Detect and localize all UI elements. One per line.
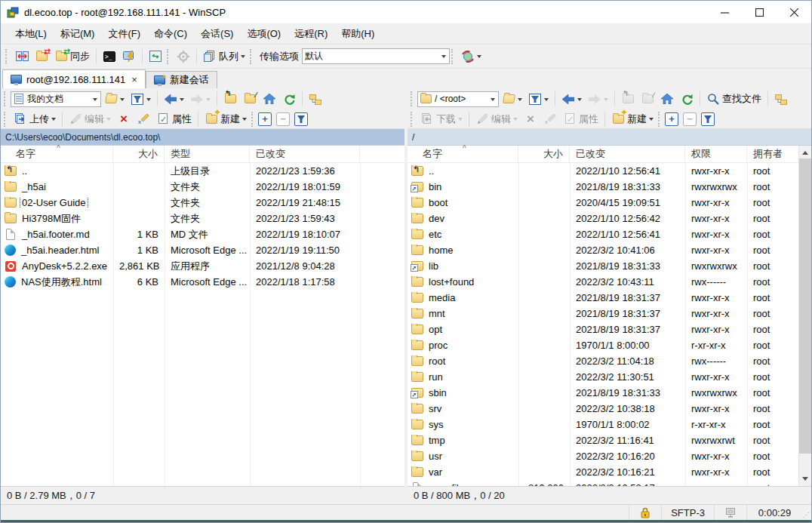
remote-path-bar[interactable]: / — [408, 129, 811, 146]
remote-forward-button[interactable] — [585, 91, 611, 107]
file-row[interactable]: home 2022/3/2 10:41:06 rwxr-xr-x root — [408, 242, 798, 258]
local-tree-toggle-button[interactable] — [306, 91, 325, 107]
remote-rename-button[interactable]: x — [540, 111, 560, 128]
compare-directories-button[interactable] — [12, 48, 32, 65]
remote-new-button[interactable]: ✦新建 — [608, 111, 657, 128]
scroll-up-icon[interactable] — [799, 146, 811, 158]
maximize-button[interactable] — [742, 1, 777, 23]
local-filter-button[interactable] — [128, 91, 154, 107]
remote-select-button[interactable]: + — [665, 112, 678, 126]
remote-root-directory-button[interactable]: ∕ — [638, 91, 657, 107]
remote-parent-directory-button[interactable]: ↰ — [618, 91, 638, 107]
transfer-preset-combobox[interactable]: 默认 — [302, 48, 450, 64]
file-row[interactable]: root 2022/3/2 11:04:18 rwx------ root — [408, 353, 798, 369]
local-select-filter-button[interactable] — [294, 112, 308, 126]
local-header-size[interactable]: 大小 — [113, 146, 165, 162]
local-rename-button[interactable]: x — [134, 111, 153, 128]
file-row[interactable]: run 2022/3/2 11:30:51 rwxr-xr-x root — [408, 369, 798, 385]
file-row[interactable]: _h5ai.footer.md 1 KB MD 文件 2022/1/19 18:… — [1, 226, 404, 242]
open-console-button[interactable] — [119, 48, 139, 65]
menu-item[interactable]: 选项(O) — [240, 24, 288, 44]
tab-new-session[interactable]: ✦ 新建会话 — [146, 71, 217, 88]
remote-tree-toggle-button[interactable] — [771, 91, 791, 107]
file-row[interactable]: usr 2022/3/2 10:16:20 rwxr-xr-x root — [408, 448, 798, 464]
file-row[interactable]: .. 2022/1/10 12:56:41 rwxr-xr-x root — [408, 163, 798, 179]
file-row[interactable]: .. 上级目录 2022/1/23 1:59:36 — [1, 163, 404, 179]
file-row[interactable]: var 2022/3/2 10:16:21 rwxr-xr-x root — [408, 464, 798, 480]
file-row[interactable]: Hi3798M固件 文件夹 2022/1/23 1:59:43 — [1, 211, 404, 226]
local-back-button[interactable] — [161, 91, 187, 107]
menu-item[interactable]: 本地(L) — [8, 24, 54, 44]
local-root-directory-button[interactable]: ∕ — [240, 91, 260, 107]
resize-grip[interactable]: ⋰ — [802, 505, 811, 520]
remote-header-owner[interactable]: 拥有者 — [747, 146, 798, 162]
encryption-cell[interactable] — [629, 505, 661, 520]
synchronize-button[interactable]: ⇄同步 — [51, 48, 93, 65]
remote-delete-button[interactable]: × — [521, 111, 540, 128]
file-row[interactable]: _h5ai.header.html 1 KB Microsoft Edge ..… — [1, 242, 404, 258]
file-row[interactable]: opt 2021/8/19 18:31:37 rwxr-xr-x root — [408, 321, 798, 337]
local-delete-button[interactable]: × — [114, 111, 134, 128]
file-row[interactable]: 02-User Guide 文件夹 2022/1/19 21:48:15 — [1, 195, 404, 211]
scroll-down-icon[interactable] — [799, 473, 811, 486]
remote-unselect-button[interactable]: − — [683, 112, 697, 126]
remote-select-filter-button[interactable] — [701, 112, 715, 126]
menu-item[interactable]: 标记(M) — [54, 24, 102, 44]
protocol-cell[interactable]: SFTP-3 — [661, 505, 714, 520]
remote-header-changed[interactable]: 已改变 — [570, 146, 685, 162]
file-row[interactable]: tmp 2022/3/2 11:16:41 rwxrwxrwt root — [408, 432, 798, 448]
remote-location-combobox[interactable]: / <root> — [417, 91, 499, 107]
menu-item[interactable]: 命令(C) — [147, 24, 194, 44]
file-row[interactable]: dev 2022/1/10 12:56:42 rwxr-xr-x root — [408, 211, 798, 226]
remote-properties-button[interactable]: ✓属性 — [560, 111, 601, 128]
tab-session[interactable]: root@192.168.111.141 × — [2, 69, 146, 88]
file-row[interactable]: NAS使用教程.html 6 KB Microsoft Edge ... 202… — [1, 274, 404, 290]
remote-refresh-button[interactable] — [677, 91, 697, 107]
connection-cell[interactable] — [714, 505, 746, 520]
local-header-changed[interactable]: 已改变 — [250, 146, 360, 162]
menu-item[interactable]: 远程(R) — [288, 24, 334, 44]
remote-header-name[interactable]: 名字^ — [408, 146, 518, 162]
local-parent-directory-button[interactable]: ↰ — [220, 91, 240, 107]
scrollbar-thumb[interactable] — [799, 158, 811, 454]
remote-edit-button[interactable]: 编辑 — [472, 111, 521, 128]
local-properties-button[interactable]: ✓属性 — [153, 111, 195, 128]
menu-item[interactable]: 文件(F) — [101, 24, 147, 44]
open-terminal-button[interactable]: >_ — [100, 48, 119, 65]
queue-dropdown-arrow[interactable] — [241, 55, 245, 60]
remote-header-rights[interactable]: 权限 — [685, 146, 747, 162]
upload-button[interactable]: 上传 — [11, 111, 59, 128]
file-row[interactable]: swapfile 819,200 2022/3/2 10:52:17 rw- r… — [408, 480, 798, 486]
file-row[interactable]: mnt 2021/8/19 18:31:37 rwxr-xr-x root — [408, 306, 798, 321]
preferences-button[interactable] — [174, 48, 193, 65]
file-row[interactable]: boot 2020/4/15 19:09:51 rwxr-xr-x root — [408, 195, 798, 211]
refresh-panels-button[interactable] — [146, 48, 165, 65]
remote-scrollbar[interactable] — [798, 146, 811, 486]
download-button[interactable]: 下载 — [417, 111, 466, 128]
local-select-button[interactable]: + — [258, 112, 272, 126]
tab-close-icon[interactable]: × — [131, 74, 137, 85]
local-home-button[interactable] — [260, 91, 279, 107]
minimize-button[interactable] — [707, 1, 742, 23]
file-row[interactable]: etc 2022/1/10 12:56:41 rwxr-xr-x root — [408, 226, 798, 242]
local-forward-button[interactable] — [187, 91, 214, 107]
remote-open-directory-button[interactable] — [499, 91, 525, 107]
file-row[interactable]: lost+found 2022/3/2 10:43:11 rwx------ r… — [408, 274, 798, 290]
local-refresh-button[interactable] — [279, 91, 299, 107]
file-row[interactable]: lib 2021/8/19 18:31:33 rwxrwxrwx root — [408, 258, 798, 274]
close-button[interactable] — [777, 1, 811, 23]
menu-item[interactable]: 帮助(H) — [334, 24, 381, 44]
file-row[interactable]: proc 1970/1/1 8:00:00 r-xr-xr-x root — [408, 337, 798, 353]
remote-home-button[interactable] — [657, 91, 677, 107]
file-row[interactable]: sbin 2021/8/19 18:31:33 rwxrwxrwx root — [408, 385, 798, 401]
local-header-name[interactable]: 名字^ — [1, 146, 113, 162]
file-row[interactable]: bin 2021/8/19 18:31:33 rwxrwxrwx root — [408, 179, 798, 195]
local-path-bar[interactable]: C:\Users\ecoo\Documents\dl.ecoo.top\ — [1, 129, 404, 146]
find-files-button[interactable]: 查找文件 — [703, 91, 764, 107]
file-row[interactable]: sys 1970/1/1 8:00:02 r-xr-xr-x root — [408, 417, 798, 432]
file-row[interactable]: _h5ai 文件夹 2022/1/19 18:01:59 — [1, 179, 404, 195]
local-header-type[interactable]: 类型 — [165, 146, 250, 162]
queue-button[interactable]: 队列 — [200, 48, 248, 65]
local-new-button[interactable]: ✦新建 — [201, 111, 250, 128]
menu-item[interactable]: 会话(S) — [194, 24, 240, 44]
